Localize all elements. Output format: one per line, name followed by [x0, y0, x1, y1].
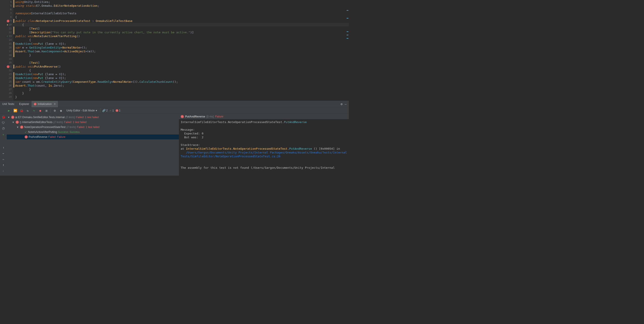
error-icon: −	[34, 103, 36, 105]
explorer-tab[interactable]: Explorer	[17, 101, 32, 107]
detail-time: [0 ms]	[206, 115, 214, 118]
stop-icon[interactable]: ■	[44, 108, 49, 113]
line-number: 13	[9, 35, 12, 38]
debug-icon[interactable]: 🐞	[19, 108, 24, 113]
code-text[interactable]: using Unity.Entities; using static E7.On…	[14, 0, 349, 101]
tree-namespace[interactable]: ▾ − {} InternalSimfileEditorTests (2 tes…	[7, 120, 179, 125]
tree-test-fail[interactable]: − PutAndReverse Failed: Failure	[7, 134, 179, 139]
line-number: 6	[10, 8, 12, 11]
chevron-down-icon[interactable]: ▾	[12, 121, 15, 124]
tree-root[interactable]: ▾ − ⊞ E7.Onmaku.SimfileEditor.Tests.Inte…	[7, 115, 179, 120]
tab-label: Initialization	[38, 103, 52, 106]
expand-icon[interactable]: ⫟	[2, 151, 5, 155]
breakpoint-icon[interactable]	[7, 20, 10, 22]
down-icon[interactable]: ↓	[2, 169, 4, 173]
close-tab-icon[interactable]: ×	[54, 102, 56, 106]
initialization-tab[interactable]: − Initialization ×	[32, 101, 58, 107]
scroll-markers	[346, 0, 349, 101]
tree-class[interactable]: ▾ − NoteOperationProcessedStateTest (2 t…	[7, 125, 179, 130]
tree-test-pass[interactable]: ✓ NoteIsActiveAfterPutting Success: Succ…	[7, 130, 179, 134]
bug-icon[interactable]: 🐞	[2, 115, 5, 119]
detail-title: PutAndReverse	[185, 115, 205, 118]
plus-icon[interactable]: ＋	[2, 133, 5, 137]
pass-stat: ✓1	[109, 109, 114, 112]
run-all-icon[interactable]: ⏩	[13, 108, 18, 113]
line-number: 8	[10, 16, 12, 19]
redo-icon[interactable]: ↪	[32, 108, 36, 113]
gutter: 4 5 6 7 8 9 ◈10 11 12 ✓13 14 15 16 17 18…	[0, 0, 14, 101]
module-icon: ⊞	[15, 116, 17, 119]
line-number: 15	[9, 42, 12, 45]
line-number: 26	[9, 84, 12, 87]
detail-result: Failure	[215, 115, 224, 118]
line-number: 25	[9, 80, 12, 83]
detail-body[interactable]: InternalSimfileEditorTests.NoteOperation…	[179, 119, 349, 176]
chevron-down-icon[interactable]: ▾	[8, 116, 10, 119]
test-toolbar: ▶ ⏩ 🐞 ↻ ↪ ● ■ ⚙ ◉ Unity Editor - Edit Mo…	[0, 107, 349, 114]
line-number: 20	[9, 61, 12, 64]
profile-icon[interactable]: ◉	[59, 108, 63, 113]
left-icon-bar: 🐞 🛡 ⏱ ＋ ⫞ ⫟ ⫠ ↑ ↓	[0, 114, 7, 176]
line-number: 17	[9, 50, 12, 53]
layout-icon[interactable]: ⫞	[3, 146, 4, 149]
mode-dropdown[interactable]: Unity Editor - Edit Mode▾	[65, 109, 98, 112]
line-number: 18	[9, 54, 12, 57]
fail-stat: −1	[116, 109, 120, 112]
fail-icon: −	[20, 126, 23, 129]
detail-pane: − PutAndReverse [0 ms] Failure InternalS…	[179, 114, 349, 176]
breakpoint-icon[interactable]	[7, 65, 10, 68]
line-number: 11	[9, 27, 12, 30]
bulb-icon[interactable]: ◈	[7, 23, 8, 26]
line-number: 5	[10, 4, 12, 7]
minimize-icon[interactable]: —	[345, 102, 346, 106]
link-stat: 🔗2	[102, 109, 108, 112]
chevron-down-icon[interactable]: ▾	[17, 126, 19, 129]
line-number: 16	[9, 46, 12, 49]
test-tree[interactable]: ▾ − ⊞ E7.Onmaku.SimfileEditor.Tests.Inte…	[7, 114, 179, 176]
line-number: 24	[9, 77, 12, 79]
panel-tabs: Unit Tests: Explorer − Initialization × …	[0, 101, 349, 107]
line-number: 12	[9, 31, 12, 34]
line-number: 29	[9, 96, 12, 99]
gear-icon[interactable]: ⚙	[340, 102, 342, 106]
check-icon: ✓	[7, 35, 8, 38]
fail-icon: −	[11, 116, 14, 119]
line-number: 7	[10, 12, 12, 15]
line-number: 27	[9, 88, 12, 91]
code-editor[interactable]: 4 5 6 7 8 9 ◈10 11 12 ✓13 14 15 16 17 18…	[0, 0, 349, 101]
shield-icon[interactable]: 🛡	[2, 121, 5, 125]
chevron-down-icon: ▾	[96, 109, 97, 112]
up-icon[interactable]: ↑	[2, 163, 4, 167]
detail-header: − PutAndReverse [0 ms] Failure	[179, 114, 349, 119]
fail-icon: −	[16, 121, 19, 124]
line-number: 4	[10, 1, 12, 3]
unit-tests-label: Unit Tests:	[0, 103, 17, 106]
clock-icon[interactable]: ⏱	[2, 127, 5, 130]
run-icon[interactable]: ▶	[7, 108, 11, 113]
repeat-icon[interactable]: ↻	[26, 108, 30, 113]
namespace-icon: {}	[20, 121, 21, 124]
fail-icon: −	[181, 115, 184, 118]
stop-fail-icon[interactable]: ●	[38, 108, 42, 113]
line-number: 14	[9, 39, 12, 41]
line-number: 19	[9, 58, 12, 60]
line-number: 28	[9, 92, 12, 95]
line-number: 22	[9, 69, 12, 72]
line-number: 9	[10, 20, 12, 22]
line-number: 23	[9, 73, 12, 76]
settings-icon[interactable]: ⚙	[52, 108, 57, 113]
fail-icon: −	[24, 135, 28, 139]
pass-icon: ✓	[24, 130, 27, 134]
test-panel: Unit Tests: Explorer − Initialization × …	[0, 101, 349, 176]
collapse-icon[interactable]: ⫠	[2, 157, 5, 161]
line-number: 10	[9, 23, 12, 26]
stack-path-link[interactable]: /Users/Sargon/Documents/Unity Projects/I…	[181, 151, 347, 158]
